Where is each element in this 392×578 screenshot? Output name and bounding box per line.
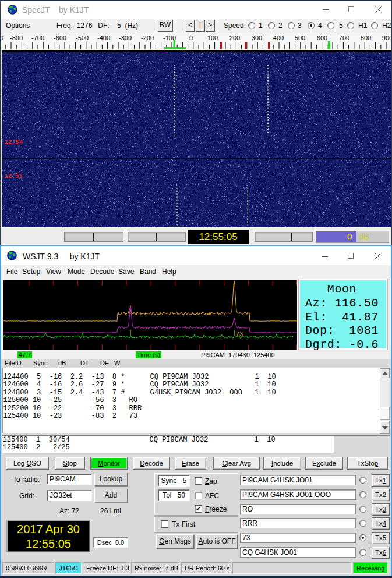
svg-text:73: 73 xyxy=(236,330,243,337)
svg-text:-300: -300 xyxy=(119,34,132,41)
svg-text:800: 800 xyxy=(361,34,371,41)
svg-text:12:53: 12:53 xyxy=(5,172,23,179)
svg-text:0: 0 xyxy=(1,34,3,41)
svg-text:200: 200 xyxy=(229,34,240,41)
svg-text:900: 900 xyxy=(382,34,391,41)
svg-text:0: 0 xyxy=(189,34,193,41)
svg-text:300: 300 xyxy=(252,34,262,41)
svg-text:-200: -200 xyxy=(141,34,154,41)
svg-text:12:54: 12:54 xyxy=(5,139,23,146)
svg-text:-500: -500 xyxy=(76,34,89,41)
svg-text:400: 400 xyxy=(273,34,284,41)
svg-text:500: 500 xyxy=(295,34,305,41)
svg-text:-600: -600 xyxy=(54,34,66,41)
svg-text:700: 700 xyxy=(339,34,349,41)
svg-text:-400: -400 xyxy=(97,34,110,41)
svg-text:-800: -800 xyxy=(10,34,23,41)
svg-text:-700: -700 xyxy=(31,34,44,41)
svg-text:100: 100 xyxy=(207,34,218,41)
svg-text:600: 600 xyxy=(317,34,327,41)
